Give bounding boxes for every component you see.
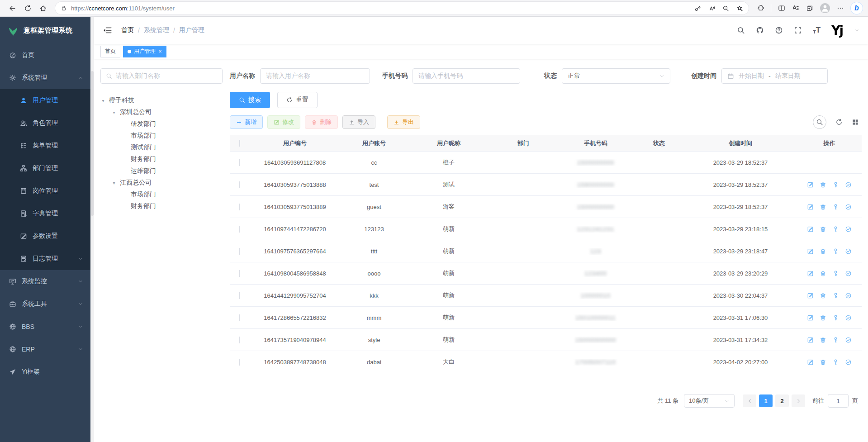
tree-node-研发部门[interactable]: 研发部门 [100,118,223,130]
tree-node-市场部门[interactable]: 市场部门 [100,189,223,200]
row-checkbox[interactable] [239,337,240,343]
page-size-select[interactable]: 10条/页 [684,394,735,408]
edit-icon[interactable] [807,337,814,343]
edit-icon[interactable] [807,204,814,210]
edit-button[interactable]: 修改 [267,115,300,129]
read-aloud-icon[interactable] [708,5,715,12]
row-checkbox[interactable] [239,159,240,166]
date-range-picker[interactable]: 开始日期 - 结束日期 [721,68,828,84]
delete-icon[interactable] [820,181,826,188]
sidebar-item-monitor[interactable]: 系统监控 [0,270,90,293]
sidebar-item-erp[interactable]: ERP [0,338,90,361]
row-checkbox[interactable] [239,204,240,210]
delete-icon[interactable] [820,292,826,299]
export-button[interactable]: 导出 [387,115,420,129]
tree-node-江西总公司[interactable]: ▾江西总公司 [100,177,223,189]
close-icon[interactable]: × [158,48,162,54]
sidebar-item-user[interactable]: 用户管理 [0,89,90,112]
fold-menu-icon[interactable] [103,26,112,35]
assign-role-icon[interactable] [845,248,852,255]
sidebar-item-dict[interactable]: 字典管理 [0,202,90,225]
row-checkbox[interactable] [239,314,240,321]
tree-node-深圳总公司[interactable]: ▾深圳总公司 [100,106,223,118]
reset-password-icon[interactable] [832,204,839,210]
reset-button[interactable]: 重置 [277,92,318,108]
reset-password-icon[interactable] [832,292,839,299]
edit-icon[interactable] [807,248,814,255]
sidebar-item-dept[interactable]: 部门管理 [0,157,90,180]
delete-icon[interactable] [820,314,826,321]
split-screen-icon[interactable] [778,5,785,12]
home-icon[interactable] [36,1,50,15]
reset-password-icon[interactable] [832,270,839,277]
refresh-table-icon[interactable] [835,119,843,126]
font-size-icon[interactable]: тT [813,26,821,35]
prev-page-button[interactable] [743,394,756,407]
row-checkbox[interactable] [239,226,240,233]
refresh-icon[interactable] [21,1,34,15]
add-favorite-icon[interactable] [736,5,743,12]
edit-icon[interactable] [807,226,814,233]
tree-node-橙子科技[interactable]: ▾橙子科技 [100,95,223,106]
expand-arrow-icon[interactable]: ▾ [111,181,117,185]
reset-password-icon[interactable] [832,181,839,188]
next-page-button[interactable] [792,394,805,407]
bing-chat-icon[interactable]: b [851,2,863,14]
reset-password-icon[interactable] [832,359,839,366]
chevron-down-icon[interactable] [854,28,859,33]
breadcrumb-home[interactable]: 首页 [121,26,134,34]
zoom-out-icon[interactable] [722,5,729,12]
page-button-2[interactable]: 2 [775,394,789,407]
dept-search-input[interactable]: 请输入部门名称 [100,68,223,84]
assign-role-icon[interactable] [845,314,852,321]
address-bar[interactable]: https://ccnetcore.com:1101/system/user [55,2,749,14]
sidebar-item-system[interactable]: 系统管理 [0,67,90,89]
row-checkbox[interactable] [239,248,240,255]
reset-password-icon[interactable] [832,248,839,255]
reset-password-icon[interactable] [832,337,839,343]
delete-icon[interactable] [820,359,826,366]
delete-icon[interactable] [820,270,826,277]
row-checkbox[interactable] [239,292,240,299]
tab-用户管理[interactable]: 用户管理× [123,46,166,57]
search-button[interactable]: 搜索 [230,92,270,108]
sidebar-item-home[interactable]: 首页 [0,44,90,67]
row-checkbox[interactable] [239,270,240,277]
sidebar-item-menu[interactable]: 菜单管理 [0,134,90,157]
import-button[interactable]: 导入 [342,115,375,129]
help-icon[interactable] [775,26,783,34]
tree-node-市场部门[interactable]: 市场部门 [100,130,223,142]
favorites-icon[interactable] [792,5,799,12]
back-icon[interactable] [5,1,19,15]
assign-role-icon[interactable] [845,337,852,343]
github-icon[interactable] [756,26,764,34]
delete-icon[interactable] [820,248,826,255]
sidebar-item-config[interactable]: 参数设置 [0,225,90,247]
row-checkbox[interactable] [239,359,240,366]
tree-node-财务部门[interactable]: 财务部门 [100,200,223,212]
sidebar-item-role[interactable]: 角色管理 [0,112,90,134]
goto-page-input[interactable]: 1 [828,394,849,408]
edit-icon[interactable] [807,292,814,299]
reset-password-icon[interactable] [832,226,839,233]
edit-icon[interactable] [807,181,814,188]
assign-role-icon[interactable] [845,226,852,233]
edit-icon[interactable] [807,314,814,321]
select-all-checkbox[interactable] [239,140,240,147]
sidebar-item-bbs[interactable]: BBS [0,315,90,338]
assign-role-icon[interactable] [845,181,852,188]
username-input[interactable]: 请输入用户名称 [260,68,370,84]
profile-avatar[interactable] [820,3,830,13]
expand-arrow-icon[interactable]: ▾ [100,98,106,103]
sidebar-item-tool[interactable]: 系统工具 [0,293,90,315]
add-button[interactable]: 新增 [230,115,263,129]
expand-arrow-icon[interactable]: ▾ [111,110,117,115]
assign-role-icon[interactable] [845,292,852,299]
phone-input[interactable]: 请输入手机号码 [413,68,520,84]
search-icon[interactable] [737,26,745,34]
row-checkbox[interactable] [239,181,240,188]
delete-icon[interactable] [820,226,826,233]
sidebar-scrollbar[interactable] [90,17,94,442]
more-icon[interactable] [837,5,844,12]
sidebar-item-yiframe[interactable]: Yi框架 [0,361,90,383]
